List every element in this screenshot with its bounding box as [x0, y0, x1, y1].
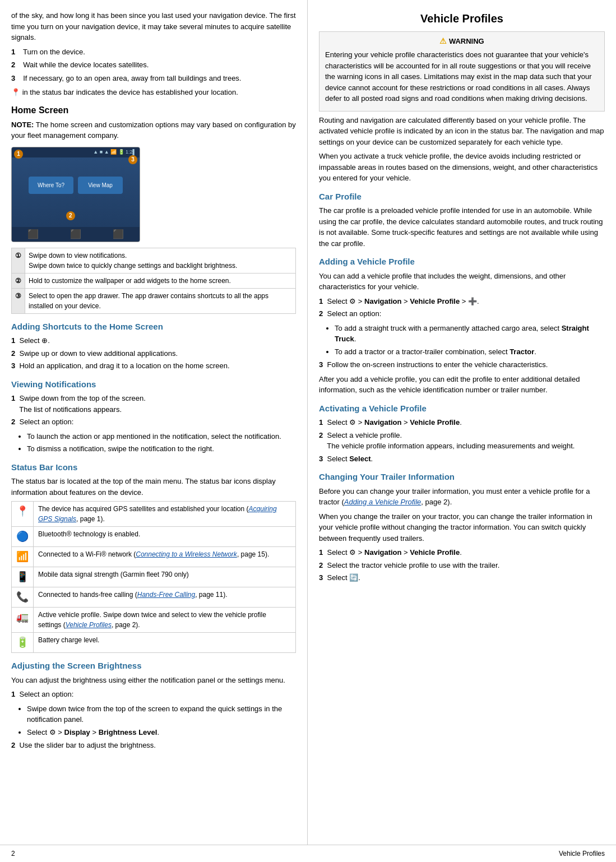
right-column: Vehicle Profiles ⚠ WARNING Entering your… — [308, 0, 616, 862]
brightness-bullet-2: Select ⚙ > Display > Brightness Level. — [27, 727, 296, 738]
footer-section-label: Vehicle Profiles — [559, 849, 605, 859]
brightness-step-2: 2 Use the slider bar to adjust the brigh… — [11, 740, 296, 751]
trailer-step-3: 3 Select 🔄. — [319, 572, 605, 583]
step-wait-satellites: 2 Wait while the device locates satellit… — [11, 59, 296, 71]
activating-vehicle-profile-steps: 1 Select ⚙ > Navigation > Vehicle Profil… — [319, 417, 605, 464]
car-profile-text: The car profile is a preloaded vehicle p… — [319, 205, 605, 249]
footer-page-num: 2 — [11, 849, 15, 859]
callout-1: 1 — [14, 150, 23, 159]
brightness-bullet-1: Swipe down twice from the top of the scr… — [27, 703, 296, 725]
activate-vp-step-3: 3 Select Select. — [319, 453, 605, 465]
activate-vp-step-2: 2 Select a vehicle profile. The vehicle … — [319, 430, 605, 452]
add-vp-step-3: 3 Follow the on-screen instructions to e… — [319, 359, 605, 370]
shortcuts-step-1: 1 Select ⊕. — [11, 335, 296, 346]
mobile-icon: 📱 — [12, 567, 34, 587]
add-vp-step-1: 1 Select ⚙ > Navigation > Vehicle Profil… — [319, 296, 605, 307]
vehicle-profiles-para2: When you activate a truck vehicle profil… — [319, 151, 605, 184]
callout-row-2: ② Hold to customize the wallpaper or add… — [12, 273, 296, 288]
phone-icon: 📞 — [12, 587, 34, 608]
gps-note: 📍 in the status bar indicates the device… — [11, 87, 296, 98]
brightness-steps: 1 Select an option: — [11, 689, 296, 700]
gps-icon: 📍 — [12, 502, 34, 527]
device-status-bar: ▲ ■ ▲ 📶 🔋 1:2▌ — [12, 147, 140, 157]
status-icon-battery: 🔋 Battery charge level. — [12, 633, 296, 653]
activate-vp-step-1: 1 Select ⚙ > Navigation > Vehicle Profil… — [319, 417, 605, 428]
status-icon-mobile: 📱 Mobile data signal strength (Garmin fl… — [12, 567, 296, 587]
activating-vehicle-profile-heading: Activating a Vehicle Profile — [319, 402, 605, 415]
warning-text: Entering your vehicle profile characteri… — [325, 49, 599, 104]
adding-vehicle-profile-steps: 1 Select ⚙ > Navigation > Vehicle Profil… — [319, 296, 605, 319]
callout-2: 2 — [66, 211, 75, 220]
adding-vehicle-profile-heading: Adding a Vehicle Profile — [319, 256, 605, 268]
where-to-button: Where To? — [29, 177, 73, 194]
device-bottom-icon-2: ⬛ — [70, 228, 81, 241]
battery-icon: 🔋 — [12, 633, 34, 653]
status-icon-bluetooth: 🔵 Bluetooth® technology is enabled. — [12, 527, 296, 547]
home-screen-heading: Home Screen — [11, 104, 296, 117]
shortcuts-step-2: 2 Swipe up or down to view additional ap… — [11, 348, 296, 359]
adding-vehicle-profile-after-text: After you add a vehicle profile, you can… — [319, 374, 605, 396]
car-profile-heading: Car Profile — [319, 191, 605, 203]
notifications-step-1: 1 Swipe down from the top of the screen.… — [11, 393, 296, 415]
adding-vehicle-profile-bullets: To add a straight truck with a permanent… — [319, 323, 605, 358]
vehicle-profiles-main-heading: Vehicle Profiles — [319, 10, 605, 27]
changing-trailer-steps: 1 Select ⚙ > Navigation > Vehicle Profil… — [319, 547, 605, 583]
warning-title: ⚠ WARNING — [325, 35, 599, 47]
init-steps: 1 Turn on the device. 2 Wait while the d… — [11, 47, 296, 84]
warning-box: ⚠ WARNING Entering your vehicle profile … — [319, 31, 605, 112]
device-bottom-icon-3: ⬛ — [113, 228, 124, 241]
vehicle-profiles-para1: Routing and navigation are calculated di… — [319, 115, 605, 148]
trailer-step-1: 1 Select ⚙ > Navigation > Vehicle Profil… — [319, 547, 605, 558]
brightness-bullets: Swipe down twice from the top of the scr… — [11, 703, 296, 738]
adding-shortcuts-steps: 1 Select ⊕. 2 Swipe up or down to view a… — [11, 335, 296, 372]
viewing-notifications-heading: Viewing Notifications — [11, 378, 296, 391]
add-vp-step-2: 2 Select an option: — [319, 308, 605, 319]
status-icon-phone: 📞 Connected to hands-free calling (Hands… — [12, 587, 296, 608]
device-bottom-bar: ⬛ ⬛ ⬛ — [12, 227, 140, 242]
vehicle-profile-icon: 🚛 — [12, 608, 34, 633]
status-bar-icons-table: 📍 The device has acquired GPS satellites… — [11, 501, 296, 653]
home-screen-note: NOTE: The home screen and customization … — [11, 119, 296, 141]
callout-3: 3 — [128, 155, 137, 164]
status-bar-icons-heading: Status Bar Icons — [11, 461, 296, 474]
home-screen-callout-table: ① Swipe down to view notifications.Swipe… — [11, 248, 296, 314]
trailer-step-2: 2 Select the tractor vehicle profile to … — [319, 560, 605, 571]
shortcuts-step-3: 3 Hold an application, and drag it to a … — [11, 360, 296, 372]
step-turn-on: 1 Turn on the device. — [11, 47, 296, 58]
add-vp-bullet-1: To add a straight truck with a permanent… — [335, 323, 605, 345]
bluetooth-icon: 🔵 — [12, 527, 34, 547]
view-map-button: View Map — [78, 177, 123, 194]
changing-trailer-heading: Changing Your Trailer Information — [319, 471, 605, 484]
wifi-icon: 📶 — [12, 547, 34, 567]
callout-row-1: ① Swipe down to view notifications.Swipe… — [12, 248, 296, 273]
page-footer: 2 Vehicle Profiles — [0, 845, 616, 862]
page-container: of the sky, and how long it has been sin… — [0, 0, 616, 862]
adding-shortcuts-heading: Adding Shortcuts to the Home Screen — [11, 321, 296, 333]
status-icon-vehicle: 🚛 Active vehicle profile. Swipe down twi… — [12, 608, 296, 633]
notifications-step-2: 2 Select an option: — [11, 416, 296, 428]
left-column: of the sky, and how long it has been sin… — [0, 0, 308, 862]
notifications-bullets: To launch the action or app mentioned in… — [11, 431, 296, 455]
intro-text: of the sky, and how long it has been sin… — [11, 10, 296, 43]
viewing-notifications-steps: 1 Swipe down from the top of the screen.… — [11, 393, 296, 428]
brightness-intro: You can adjust the brightness using eith… — [11, 675, 296, 686]
callout-row-3: ③ Select to open the app drawer. The app… — [12, 288, 296, 313]
status-icon-gps: 📍 The device has acquired GPS satellites… — [12, 502, 296, 527]
changing-trailer-para2: When you change the trailer on your trac… — [319, 511, 605, 544]
step-open-area: 3 If necessary, go to an open area, away… — [11, 73, 296, 84]
brightness-heading: Adjusting the Screen Brightness — [11, 660, 296, 673]
notification-bullet-1: To launch the action or app mentioned in… — [27, 431, 296, 442]
device-bottom-icon-1: ⬛ — [27, 228, 39, 241]
home-screen-device-image: ▲ ■ ▲ 📶 🔋 1:2▌ Where To? View Map 1 2 3 … — [11, 147, 140, 242]
brightness-step-2-list: 2 Use the slider bar to adjust the brigh… — [11, 740, 296, 751]
brightness-step-1: 1 Select an option: — [11, 689, 296, 700]
notification-bullet-2: To dismiss a notification, swipe the not… — [27, 443, 296, 455]
status-bar-intro: The status bar is located at the top of … — [11, 476, 296, 498]
status-icon-wifi: 📶 Connected to a Wi-Fi® network (Connect… — [12, 547, 296, 567]
add-vp-bullet-2: To add a tractor or a tractor-trailer co… — [335, 346, 605, 358]
adding-vehicle-profile-intro: You can add a vehicle profile that inclu… — [319, 271, 605, 293]
changing-trailer-para1: Before you can change your trailer infor… — [319, 486, 605, 508]
warning-icon: ⚠ — [439, 36, 447, 45]
device-main-area: Where To? View Map 1 2 3 — [12, 157, 140, 214]
add-vp-step3-list: 3 Follow the on-screen instructions to e… — [319, 359, 605, 370]
